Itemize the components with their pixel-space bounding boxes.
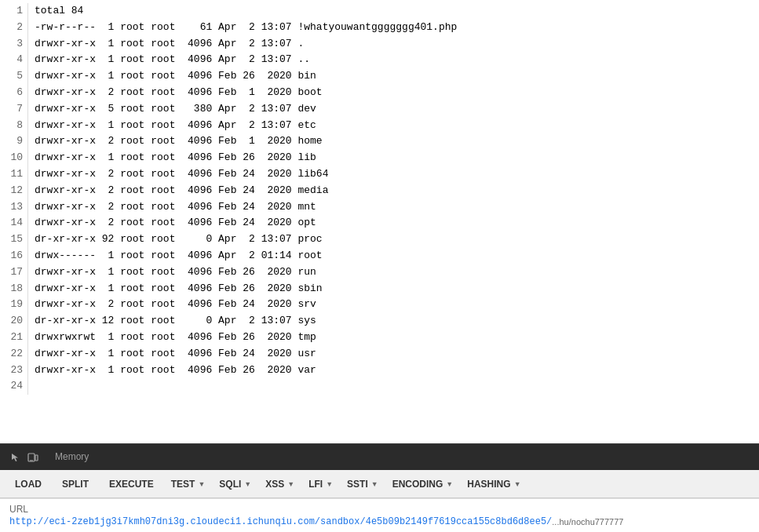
terminal-line: 10drwxr-xr-x 1 root root 4096 Feb 26 202… xyxy=(6,150,753,166)
terminal-line: 8drwxr-xr-x 1 root root 4096 Apr 2 13:07… xyxy=(6,118,753,134)
url-bar: URL http://eci-2zeb1jg3i7kmh07dni3g.clou… xyxy=(0,498,759,532)
devtools-tabbar: ElementsConsoleSourcesNetworkPerformance… xyxy=(0,443,759,470)
line-number: 3 xyxy=(6,36,28,53)
line-content: drwxr-xr-x 2 root root 4096 Feb 24 2020 … xyxy=(35,199,316,216)
line-content: drwxr-xr-x 2 root root 4096 Feb 1 2020 h… xyxy=(35,133,323,150)
line-content: drwxr-xr-x 1 root root 4096 Feb 24 2020 … xyxy=(35,346,316,363)
line-number: 16 xyxy=(6,248,28,264)
terminal-line: 23drwxr-xr-x 1 root root 4096 Feb 26 202… xyxy=(6,363,753,379)
device-icon[interactable] xyxy=(27,451,39,464)
terminal-line: 15dr-xr-xr-x 92 root root 0 Apr 2 13:07 … xyxy=(6,231,753,248)
terminal-line: 24 xyxy=(6,378,753,395)
url-label: URL xyxy=(9,504,750,515)
line-number: 17 xyxy=(6,264,28,281)
terminal-line: 18drwxr-xr-x 1 root root 4096 Feb 26 202… xyxy=(6,281,753,297)
toolbar-btn-ssti[interactable]: SSTI ▼ xyxy=(341,475,384,494)
line-number: 10 xyxy=(6,150,28,166)
line-number: 15 xyxy=(6,231,28,248)
line-number: 19 xyxy=(6,297,28,313)
line-content: drwxr-xr-x 5 root root 380 Apr 2 13:07 d… xyxy=(35,101,316,118)
toolbar-btn-lfi[interactable]: LFI ▼ xyxy=(303,475,338,494)
tabs-list: ElementsConsoleSourcesNetworkPerformance… xyxy=(46,443,128,470)
line-number: 14 xyxy=(6,215,28,231)
toolbar-btn-execute[interactable]: EXECUTE xyxy=(100,475,162,494)
line-content: drwxr-xr-x 2 root root 4096 Feb 24 2020 … xyxy=(35,215,316,231)
line-number: 13 xyxy=(6,199,28,216)
terminal-line: 19drwxr-xr-x 2 root root 4096 Feb 24 202… xyxy=(6,297,753,313)
url-value[interactable]: http://eci-2zeb1jg3i7kmh07dni3g.cloudeci… xyxy=(9,516,552,527)
line-content: -rw-r--r-- 1 root root 61 Apr 2 13:07 !w… xyxy=(35,20,457,36)
line-content: drwxr-xr-x 1 root root 4096 Feb 26 2020 … xyxy=(35,150,316,166)
line-number: 24 xyxy=(6,378,28,395)
line-content: drwxr-xr-x 2 root root 4096 Feb 24 2020 … xyxy=(35,166,328,183)
terminal-line: 7drwxr-xr-x 5 root root 380 Apr 2 13:07 … xyxy=(6,101,753,118)
line-number: 4 xyxy=(6,52,28,68)
line-content: drwxr-xr-x 1 root root 4096 Feb 26 2020 … xyxy=(35,68,316,85)
line-number: 18 xyxy=(6,281,28,297)
terminal-line: 3drwxr-xr-x 1 root root 4096 Apr 2 13:07… xyxy=(6,36,753,53)
hackbar-toolbar: LOADSPLITEXECUTETEST ▼SQLI ▼XSS ▼LFI ▼SS… xyxy=(0,470,759,498)
line-number: 1 xyxy=(6,3,28,20)
terminal-line: 20dr-xr-xr-x 12 root root 0 Apr 2 13:07 … xyxy=(6,313,753,330)
terminal-line: 16drwx------ 1 root root 4096 Apr 2 01:1… xyxy=(6,248,753,264)
line-content: drwx------ 1 root root 4096 Apr 2 01:14 … xyxy=(35,248,323,264)
line-content: drwxr-xr-x 1 root root 4096 Apr 2 13:07 … xyxy=(35,118,316,134)
svg-rect-1 xyxy=(35,455,38,461)
terminal-line: 1total 84 xyxy=(6,3,753,20)
terminal-line: 4drwxr-xr-x 1 root root 4096 Apr 2 13:07… xyxy=(6,52,753,68)
line-number: 12 xyxy=(6,183,28,199)
dropdown-arrow-icon: ▼ xyxy=(514,480,521,488)
line-number: 6 xyxy=(6,85,28,101)
line-content: drwxr-xr-x 2 root root 4096 Feb 24 2020 … xyxy=(35,297,316,313)
dropdown-arrow-icon: ▼ xyxy=(198,480,205,488)
line-content: drwxr-xr-x 2 root root 4096 Feb 24 2020 … xyxy=(35,183,328,199)
terminal-line: 5drwxr-xr-x 1 root root 4096 Feb 26 2020… xyxy=(6,68,753,85)
toolbar-btn-xss[interactable]: XSS ▼ xyxy=(260,475,300,494)
line-content: drwxr-xr-x 1 root root 4096 Feb 26 2020 … xyxy=(35,281,323,297)
toolbar-btn-split[interactable]: SPLIT xyxy=(53,475,97,494)
toolbar-btn-hashing[interactable]: HASHING ▼ xyxy=(462,475,526,494)
terminal-line: 22drwxr-xr-x 1 root root 4096 Feb 24 202… xyxy=(6,346,753,363)
line-content: drwxrwxrwt 1 root root 4096 Feb 26 2020 … xyxy=(35,330,316,346)
line-number: 8 xyxy=(6,118,28,134)
line-content: dr-xr-xr-x 92 root root 0 Apr 2 13:07 pr… xyxy=(35,231,323,248)
terminal-output: 1total 842-rw-r--r-- 1 root root 61 Apr … xyxy=(0,0,759,443)
line-number: 7 xyxy=(6,101,28,118)
line-content: drwxr-xr-x 1 root root 4096 Apr 2 13:07 … xyxy=(35,36,304,53)
toolbar-btn-sqli[interactable]: SQLI ▼ xyxy=(213,475,257,494)
dropdown-arrow-icon: ▼ xyxy=(371,480,378,488)
terminal-line: 21drwxrwxrwt 1 root root 4096 Feb 26 202… xyxy=(6,330,753,346)
toolbar-btn-encoding[interactable]: ENCODING ▼ xyxy=(387,475,459,494)
devtools-icons xyxy=(3,451,46,464)
line-number: 20 xyxy=(6,313,28,330)
line-content: total 84 xyxy=(35,3,83,20)
line-number: 2 xyxy=(6,20,28,36)
line-number: 5 xyxy=(6,68,28,85)
cursor-icon[interactable] xyxy=(9,451,22,464)
terminal-line: 6drwxr-xr-x 2 root root 4096 Feb 1 2020 … xyxy=(6,85,753,101)
dropdown-arrow-icon: ▼ xyxy=(287,480,294,488)
line-content: dr-xr-xr-x 12 root root 0 Apr 2 13:07 sy… xyxy=(35,313,316,330)
line-number: 23 xyxy=(6,363,28,379)
line-number: 11 xyxy=(6,166,28,183)
tab-memory[interactable]: Memory xyxy=(46,444,128,471)
dropdown-arrow-icon: ▼ xyxy=(446,480,453,488)
line-number: 21 xyxy=(6,330,28,346)
line-content: drwxr-xr-x 1 root root 4096 Feb 26 2020 … xyxy=(35,264,316,281)
url-extra: ...hu/nochu777777 xyxy=(552,517,623,527)
terminal-line: 11drwxr-xr-x 2 root root 4096 Feb 24 202… xyxy=(6,166,753,183)
line-content: drwxr-xr-x 1 root root 4096 Apr 2 13:07 … xyxy=(35,52,310,68)
terminal-line: 13drwxr-xr-x 2 root root 4096 Feb 24 202… xyxy=(6,199,753,216)
line-number: 22 xyxy=(6,346,28,363)
terminal-line: 2-rw-r--r-- 1 root root 61 Apr 2 13:07 !… xyxy=(6,20,753,36)
terminal-line: 17drwxr-xr-x 1 root root 4096 Feb 26 202… xyxy=(6,264,753,281)
dropdown-arrow-icon: ▼ xyxy=(326,480,333,488)
terminal-line: 9drwxr-xr-x 2 root root 4096 Feb 1 2020 … xyxy=(6,133,753,150)
toolbar-btn-test[interactable]: TEST ▼ xyxy=(166,475,211,494)
line-content: drwxr-xr-x 2 root root 4096 Feb 1 2020 b… xyxy=(35,85,323,101)
terminal-line: 14drwxr-xr-x 2 root root 4096 Feb 24 202… xyxy=(6,215,753,231)
dropdown-arrow-icon: ▼ xyxy=(244,480,251,488)
terminal-line: 12drwxr-xr-x 2 root root 4096 Feb 24 202… xyxy=(6,183,753,199)
line-content: drwxr-xr-x 1 root root 4096 Feb 26 2020 … xyxy=(35,363,316,379)
toolbar-btn-load[interactable]: LOAD xyxy=(6,475,50,494)
